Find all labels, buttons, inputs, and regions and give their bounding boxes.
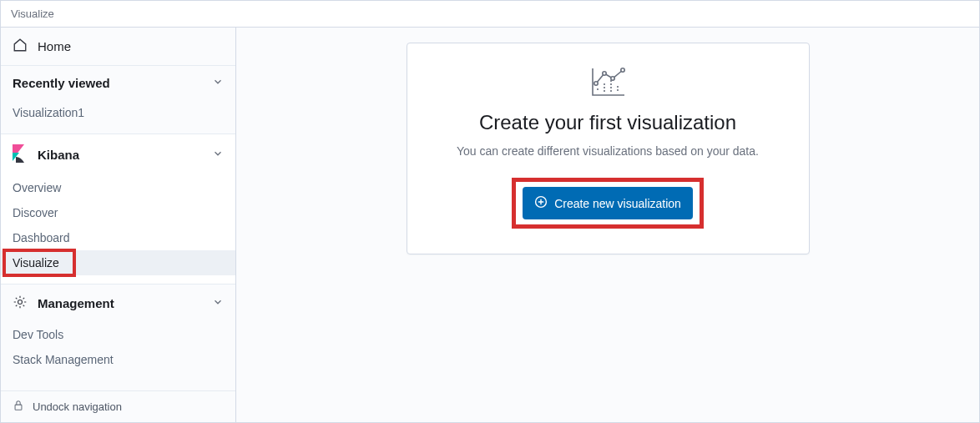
svg-rect-3 (15, 405, 22, 410)
empty-state-card: Create your first visualization You can … (407, 43, 810, 254)
nav-home-label: Home (38, 39, 71, 53)
chevron-down-icon (212, 148, 224, 162)
svg-point-2 (18, 300, 23, 305)
section-recently-viewed[interactable]: Recently viewed (1, 66, 235, 100)
section-management[interactable]: Management (1, 284, 235, 322)
sidebar-item-dev-tools[interactable]: Dev Tools (1, 322, 235, 347)
kibana-logo-icon (13, 144, 28, 165)
breadcrumb-bar: Visualize (1, 1, 979, 28)
chevron-down-icon (212, 296, 224, 310)
annotation-highlight: Create new visualization (512, 178, 704, 229)
svg-point-5 (603, 72, 606, 75)
create-button-label: Create new visualization (554, 197, 681, 210)
chevron-down-icon (212, 76, 224, 90)
chart-line-icon (427, 65, 789, 101)
gear-icon (13, 295, 28, 312)
undock-navigation[interactable]: Undock navigation (1, 390, 235, 422)
sidebar-item-stack-management[interactable]: Stack Management (1, 347, 235, 372)
sidebar-item-dashboard[interactable]: Dashboard (1, 225, 235, 250)
home-icon (13, 38, 28, 55)
lock-icon (13, 400, 24, 414)
sidebar: Home Recently viewed Visualization1 (1, 28, 236, 422)
section-recently-viewed-label: Recently viewed (13, 76, 110, 90)
empty-state-title: Create your first visualization (427, 111, 789, 134)
recently-viewed-item[interactable]: Visualization1 (1, 100, 235, 125)
sidebar-item-discover[interactable]: Discover (1, 200, 235, 225)
section-management-label: Management (38, 296, 114, 310)
empty-state-subtitle: You can create different visualizations … (427, 144, 789, 158)
breadcrumb-item[interactable]: Visualize (11, 8, 54, 20)
plus-circle-icon (534, 195, 548, 211)
sidebar-item-overview[interactable]: Overview (1, 175, 235, 200)
undock-navigation-label: Undock navigation (33, 400, 122, 413)
svg-point-7 (621, 68, 624, 72)
sidebar-item-visualize[interactable]: Visualize (1, 250, 235, 275)
create-new-visualization-button[interactable]: Create new visualization (523, 187, 693, 219)
section-kibana[interactable]: Kibana (1, 133, 235, 175)
main-content: Create your first visualization You can … (236, 28, 979, 422)
svg-point-4 (594, 82, 598, 85)
svg-point-6 (611, 77, 614, 80)
section-kibana-label: Kibana (38, 148, 79, 162)
nav-home[interactable]: Home (1, 28, 235, 66)
